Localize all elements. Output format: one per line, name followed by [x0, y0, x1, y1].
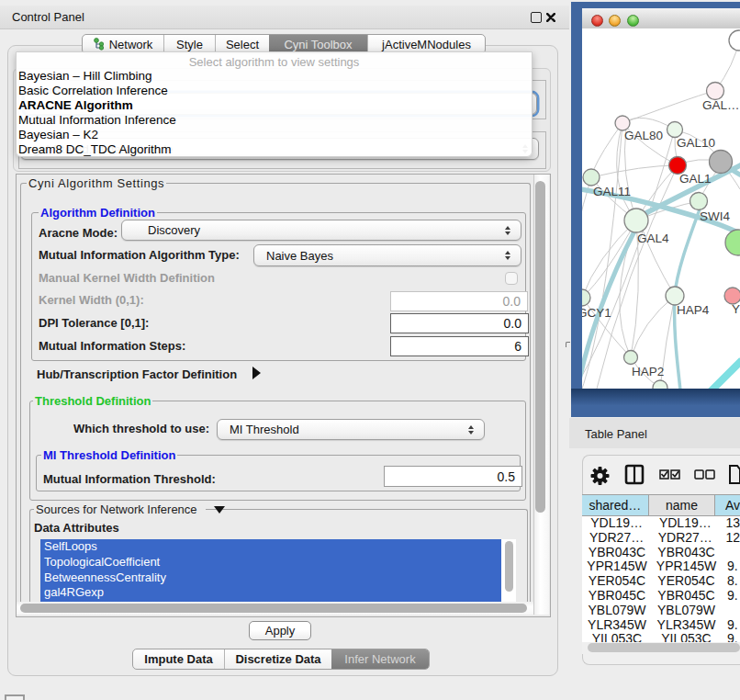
svg-text:HAP2: HAP2 [632, 365, 664, 378]
svg-text:GCY1: GCY1 [582, 306, 611, 320]
svg-text:GAL4: GAL4 [637, 231, 669, 245]
svg-text:GAL1: GAL1 [679, 172, 712, 186]
svg-text:GAL…: GAL… [702, 98, 740, 112]
svg-text:Y: Y [732, 302, 740, 316]
svg-text:GAL11: GAL11 [593, 185, 631, 198]
svg-text:HAP4: HAP4 [677, 303, 710, 317]
svg-text:SWI4: SWI4 [700, 209, 730, 223]
svg-text:GAL80: GAL80 [624, 129, 663, 142]
svg-text:GAL10: GAL10 [677, 136, 715, 150]
